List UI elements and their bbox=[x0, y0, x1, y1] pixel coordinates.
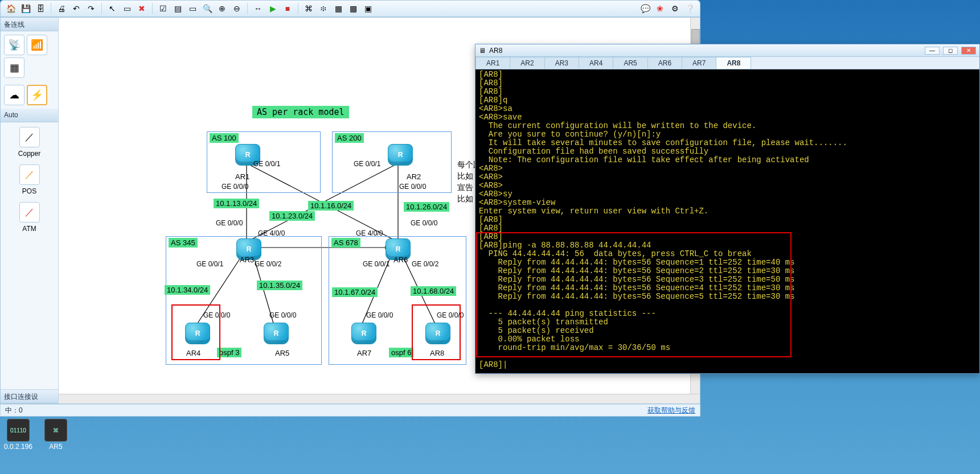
sidebar: 备连线 📡 📶 ▦ ☁ ⚡ Auto ／ Copper ／ POS ／ ATM … bbox=[1, 18, 59, 403]
play-icon[interactable]: ▶ bbox=[266, 2, 280, 15]
save-icon[interactable]: 💾 bbox=[19, 2, 32, 15]
zoom-out-icon[interactable]: ⊖ bbox=[230, 2, 244, 15]
save-all-icon[interactable]: 🗄 bbox=[34, 2, 47, 15]
router-AR2[interactable]: R bbox=[388, 144, 413, 166]
desktop-icon-shortcut1[interactable]: 01110 0.0.2.196 bbox=[2, 419, 34, 451]
network-label: 10.1.35.0/24 bbox=[257, 281, 302, 290]
interface-label: GE 0/0/1 bbox=[253, 160, 280, 168]
terminal-body[interactable]: [AR8] [AR8] [AR8] [AR8]q <AR8>sa <AR8>sa… bbox=[475, 69, 979, 373]
cli-icon[interactable]: ⌘ bbox=[302, 2, 315, 15]
sidebar-item-label: Copper bbox=[1, 150, 58, 158]
wifi-icon[interactable]: 📶 bbox=[27, 35, 47, 55]
highlight-box bbox=[171, 304, 220, 360]
ruler-icon[interactable]: ↔ bbox=[251, 2, 265, 15]
antenna-icon[interactable]: 📡 bbox=[4, 35, 24, 55]
network-label: 10.1.68.0/24 bbox=[411, 286, 456, 296]
network-label: 10.1.26.0/24 bbox=[404, 202, 449, 212]
ospf-label: ospf 3 bbox=[217, 348, 241, 357]
as-label: AS 678 bbox=[331, 238, 360, 248]
link-icon[interactable]: ⚡ bbox=[27, 85, 47, 105]
main-toolbar: 🏠 💾 🗄 🖨 ↶ ↷ ↖ ▭ ✖ ☑ ▤ ▭ 🔍 ⊕ ⊖ ↔ ▶ ■ ⌘ ፨ … bbox=[0, 0, 700, 17]
delete-icon[interactable]: ✖ bbox=[135, 2, 149, 15]
network-label: 10.1.16.0/24 bbox=[308, 201, 354, 211]
canvas-scrollbar-h[interactable] bbox=[59, 394, 700, 403]
note-icon[interactable]: ▤ bbox=[171, 2, 184, 15]
terminal-titlebar[interactable]: 🖥 AR8 — ◻ ✕ bbox=[475, 44, 979, 57]
router-label: AR1 bbox=[235, 172, 249, 181]
cloud-icon[interactable]: ☁ bbox=[4, 85, 24, 105]
help-icon[interactable]: ❔ bbox=[683, 2, 696, 15]
terminal-tab-AR6[interactable]: AR6 bbox=[647, 57, 682, 69]
sidebar-item-copper[interactable]: ／ Copper bbox=[1, 122, 58, 160]
file-icon: 01110 bbox=[7, 419, 30, 442]
terminal-tab-AR2[interactable]: AR2 bbox=[510, 57, 544, 69]
terminal-tab-AR7[interactable]: AR7 bbox=[682, 57, 716, 69]
desktop-icon-label: AR5 bbox=[40, 443, 72, 451]
highlight-box bbox=[412, 304, 461, 360]
print-icon[interactable]: 🖨 bbox=[55, 2, 68, 15]
settings-icon[interactable]: ⚙ bbox=[668, 2, 682, 15]
terminal-icon: 🖥 bbox=[479, 47, 486, 55]
router-AR5[interactable]: R bbox=[264, 323, 289, 344]
router-label: AR5 bbox=[275, 349, 289, 357]
terminal-tab-AR5[interactable]: AR5 bbox=[613, 57, 647, 69]
minimize-button[interactable]: — bbox=[925, 47, 940, 55]
router-label: AR3 bbox=[240, 255, 254, 264]
network-label: 10.1.34.0/24 bbox=[165, 285, 210, 295]
statusbar: 中：0 获取帮助与反馈 bbox=[0, 404, 700, 417]
text-icon[interactable]: ▭ bbox=[186, 2, 199, 15]
as-label: AS 100 bbox=[210, 133, 239, 143]
interface-label: GE 0/0/1 bbox=[354, 160, 380, 168]
screenshot-icon[interactable]: ▣ bbox=[361, 2, 375, 15]
file-icon: ⌘ bbox=[44, 419, 67, 442]
interface-label: GE 0/0/1 bbox=[196, 260, 223, 268]
interface-label: GE 0/0/1 bbox=[363, 260, 389, 268]
status-help-link[interactable]: 获取帮助与反馈 bbox=[647, 406, 695, 415]
interface-label: GE 0/0/0 bbox=[216, 219, 243, 227]
terminal-tab-AR3[interactable]: AR3 bbox=[544, 57, 579, 69]
router-label: AR6 bbox=[393, 255, 408, 264]
as-label: AS 345 bbox=[169, 238, 198, 248]
stop-icon[interactable]: ■ bbox=[281, 2, 294, 15]
atm-icon: ／ bbox=[19, 202, 40, 222]
home-icon[interactable]: 🏠 bbox=[4, 2, 18, 15]
as-label: AS 200 bbox=[335, 133, 364, 143]
interface-label: GE 0/0/0 bbox=[222, 183, 248, 191]
close-button[interactable]: ✕ bbox=[961, 47, 976, 55]
desktop-icon-shortcut2[interactable]: ⌘ AR5 bbox=[40, 419, 72, 451]
desktop-icon-label: 0.0.2.196 bbox=[2, 443, 34, 451]
undo-icon[interactable]: ↶ bbox=[69, 2, 83, 15]
terminal-tabs: AR1AR2AR3AR4AR5AR6AR7AR8 bbox=[475, 57, 979, 69]
terminal-tab-AR1[interactable]: AR1 bbox=[475, 57, 510, 69]
huawei-icon[interactable]: ❀ bbox=[653, 2, 667, 15]
sidebar-auto: Auto bbox=[1, 109, 58, 122]
view-icon[interactable]: 🔍 bbox=[200, 2, 214, 15]
zoom-in-icon[interactable]: ⊕ bbox=[215, 2, 229, 15]
network-label: 10.1.23.0/24 bbox=[269, 211, 315, 221]
pointer-icon[interactable]: ↖ bbox=[105, 2, 119, 15]
element-icon[interactable]: ▭ bbox=[120, 2, 134, 15]
network-label: 10.1.67.0/24 bbox=[332, 287, 378, 297]
message-icon[interactable]: 💬 bbox=[638, 2, 652, 15]
copper-icon: ／ bbox=[19, 127, 40, 147]
interface-label: GE 0/0/2 bbox=[412, 260, 438, 268]
sidebar-item-atm[interactable]: ／ ATM bbox=[1, 197, 58, 235]
status-left: 中：0 bbox=[5, 406, 23, 415]
network-label: 10.1.13.0/24 bbox=[214, 199, 259, 208]
sidebar-item-pos[interactable]: ／ POS bbox=[1, 160, 58, 197]
terminal-tab-AR8[interactable]: AR8 bbox=[716, 57, 751, 69]
layout-icon[interactable]: ▦ bbox=[331, 2, 345, 15]
interface-label: GE 4/0/0 bbox=[356, 229, 383, 237]
terminal-tab-AR4[interactable]: AR4 bbox=[579, 57, 613, 69]
topology-icon[interactable]: ፨ bbox=[317, 2, 330, 15]
config-icon[interactable]: ☑ bbox=[156, 2, 170, 15]
grid-icon[interactable]: ▩ bbox=[346, 2, 360, 15]
interface-label: GE 0/0/2 bbox=[255, 260, 281, 268]
grid-icon[interactable]: ▦ bbox=[4, 57, 24, 78]
sidebar-footer: 接口连接设 bbox=[1, 390, 58, 403]
pos-icon: ／ bbox=[19, 164, 40, 185]
maximize-button[interactable]: ◻ bbox=[943, 47, 958, 55]
redo-icon[interactable]: ↷ bbox=[84, 2, 98, 15]
router-AR7[interactable]: R bbox=[351, 323, 376, 344]
interface-label: GE 0/0/0 bbox=[411, 219, 437, 227]
